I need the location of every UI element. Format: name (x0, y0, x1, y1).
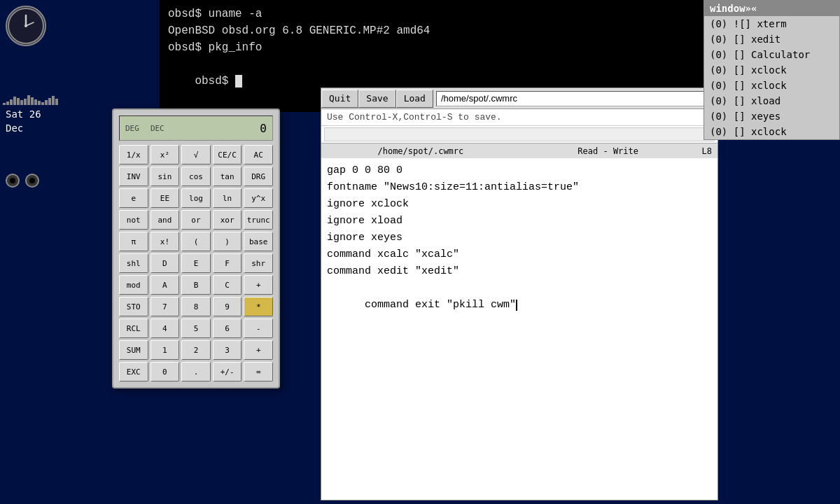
editor-quit-button[interactable]: Quit (321, 90, 358, 108)
calc-btn-9[interactable]: 9 (213, 297, 242, 316)
calc-btn-B[interactable]: B (181, 275, 211, 295)
calc-btn-square[interactable]: x² (150, 145, 180, 164)
calc-btn-2[interactable]: 2 (181, 340, 211, 360)
editor-status-bar: /home/spot/.cwmrc Read - Write L8 (321, 143, 718, 158)
calc-btn-base[interactable]: base (244, 232, 273, 251)
calc-btn-plus[interactable]: + (244, 275, 273, 295)
bar (17, 98, 20, 105)
wmenu-item-xterm[interactable]: (0) ![] xterm (704, 16, 839, 31)
calc-dec-mode: DEC (150, 124, 164, 133)
calc-btn-5[interactable]: 5 (181, 318, 211, 338)
calc-btn-log[interactable]: log (181, 188, 211, 208)
calc-btn-ce[interactable]: CE/C (213, 145, 242, 164)
calc-btn-3[interactable]: 3 (213, 340, 242, 360)
editor-line-7: command xedit "xedit" (327, 263, 712, 280)
date-month: Dec (6, 122, 64, 136)
wmenu-item-xeyes[interactable]: (0) [] xeyes (704, 108, 839, 124)
calc-btn-shr[interactable]: shr (244, 253, 273, 273)
wmenu-item-xclock-3[interactable]: (0) [] xclock (704, 124, 839, 139)
wmenu-item-xclock-2[interactable]: (0) [] xclock (704, 78, 839, 93)
terminal-cursor (235, 75, 242, 88)
taskbar-left: Sat 26 Dec (0, 91, 70, 138)
calc-btn-0[interactable]: 0 (150, 362, 180, 382)
calc-btn-minus[interactable]: - (244, 318, 273, 338)
calc-btn-or[interactable]: or (181, 210, 211, 230)
calc-btn-cos[interactable]: cos (181, 167, 211, 186)
calc-btn-6[interactable]: 6 (213, 318, 242, 338)
calc-btn-sto[interactable]: STO (119, 297, 148, 316)
calc-btn-and[interactable]: and (150, 210, 180, 230)
calc-btn-tan[interactable]: tan (213, 167, 242, 186)
calc-btn-D[interactable]: D (150, 253, 180, 273)
window-menu: window»« (0) ![] xterm (0) [] xedit (0) … (704, 0, 840, 140)
bar (10, 99, 13, 105)
bar (48, 98, 51, 105)
calc-btn-8[interactable]: 8 (181, 297, 211, 316)
calc-btn-F[interactable]: F (213, 253, 242, 273)
calc-btn-inv[interactable]: INV (119, 167, 148, 186)
calc-btn-reciprocal[interactable]: 1/x (119, 145, 148, 164)
calc-btn-mod[interactable]: mod (119, 275, 148, 295)
editor-content[interactable]: gap 0 0 80 0 fontname "News10:size=11:an… (321, 158, 718, 500)
wmenu-item-xload[interactable]: (0) [] xload (704, 93, 839, 108)
editor-line-8: command exit "pkill cwm" (327, 280, 712, 330)
bar (13, 97, 16, 105)
calc-btn-shl[interactable]: shl (119, 253, 148, 273)
clock-face (6, 6, 46, 46)
calc-btn-drg[interactable]: DRG (244, 167, 273, 186)
editor-save-button[interactable]: Save (358, 90, 396, 108)
calc-btn-1[interactable]: 1 (150, 340, 180, 360)
wmenu-item-xedit[interactable]: (0) [] xedit (704, 31, 839, 47)
calc-btn-E[interactable]: E (181, 253, 211, 273)
calc-btn-e[interactable]: e (119, 188, 148, 208)
calc-btn-rcl[interactable]: RCL (119, 318, 148, 338)
calc-btn-trunc[interactable]: trunc (244, 210, 273, 230)
calc-btn-ac[interactable]: AC (244, 145, 273, 164)
editor-window: Quit Save Load Use Control-X,Control-S t… (321, 88, 718, 500)
calc-btn-sqrt[interactable]: √ (181, 145, 211, 164)
window-menu-header: window»« (704, 1, 839, 16)
editor-line-3: ignore xclock (327, 196, 712, 213)
calc-btn-ee[interactable]: EE (150, 188, 180, 208)
calculator: DEG DEC 0 1/x x² √ CE/C AC INV sin cos t… (112, 108, 280, 388)
calc-btn-xor[interactable]: xor (213, 210, 242, 230)
calc-btn-7[interactable]: 7 (150, 297, 180, 316)
calc-btn-yx[interactable]: y^x (244, 188, 273, 208)
calc-btn-multiply[interactable]: * (244, 297, 273, 316)
bar (20, 100, 23, 105)
histogram (0, 91, 70, 105)
calc-btn-lparen[interactable]: ( (181, 232, 211, 251)
editor-line-2: fontname "News10:size=11:antialias=true" (327, 179, 712, 196)
editor-line-4: ignore xload (327, 213, 712, 230)
calc-btn-not[interactable]: not (119, 210, 148, 230)
wmenu-item-xclock-1[interactable]: (0) [] xclock (704, 62, 839, 78)
calc-btn-C[interactable]: C (213, 275, 242, 295)
bar (41, 102, 44, 105)
calc-btn-exc[interactable]: EXC (119, 362, 148, 382)
calc-btn-ln[interactable]: ln (213, 188, 242, 208)
wmenu-item-calculator[interactable]: (0) [] Calculator (704, 47, 839, 62)
calc-modes: DEG DEC (125, 124, 164, 133)
calc-btn-factorial[interactable]: x! (150, 232, 180, 251)
editor-info-message: Use Control-X,Control-S to save. (327, 112, 502, 122)
calc-btn-plus2[interactable]: + (244, 340, 273, 360)
calc-btn-pi[interactable]: π (119, 232, 148, 251)
terminal-line-3: obsd$ pkg_info (168, 39, 711, 56)
editor-cursor-line (324, 127, 715, 141)
calc-btn-dot[interactable]: . (181, 362, 211, 382)
svg-point-3 (24, 24, 27, 27)
clock-widget (6, 6, 48, 48)
calc-buttons: 1/x x² √ CE/C AC INV sin cos tan DRG e E… (119, 145, 273, 382)
bar (3, 103, 6, 105)
calc-btn-sin[interactable]: sin (150, 167, 180, 186)
calc-btn-rparen[interactable]: ) (213, 232, 242, 251)
calc-btn-A[interactable]: A (150, 275, 180, 295)
bar (34, 99, 37, 105)
calc-btn-sum[interactable]: SUM (119, 340, 148, 360)
calc-btn-plusminus[interactable]: +/- (213, 362, 242, 382)
editor-line-5: ignore xeyes (327, 230, 712, 246)
editor-load-button[interactable]: Load (396, 90, 433, 108)
calc-btn-equals[interactable]: = (244, 362, 273, 382)
editor-filepath-input[interactable] (436, 91, 715, 106)
calc-btn-4[interactable]: 4 (150, 318, 180, 338)
